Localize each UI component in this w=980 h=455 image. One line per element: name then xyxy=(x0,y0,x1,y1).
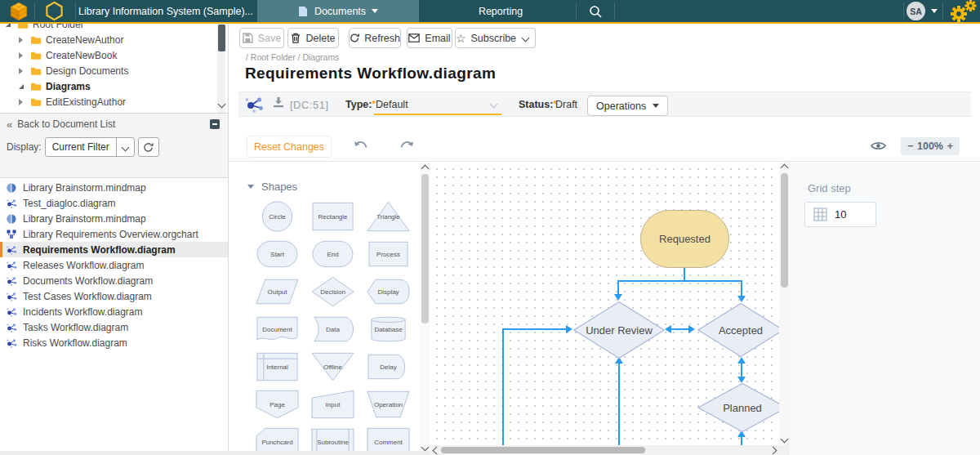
list-item-risks-workflow-diagram[interactable]: Risks Workflow.diagram xyxy=(0,335,228,350)
email-button[interactable]: Email xyxy=(407,28,452,48)
shape-decision[interactable]: Decision xyxy=(310,275,355,308)
scrollbar-thumb[interactable] xyxy=(781,173,788,288)
app-switcher-menu[interactable]: Library Information System (Sample)... xyxy=(78,0,265,22)
collapse-arrow-icon[interactable] xyxy=(19,84,29,89)
chevron-down-icon xyxy=(372,9,378,13)
refresh-button[interactable]: Refresh xyxy=(349,28,401,48)
shape-end[interactable]: End xyxy=(310,238,355,270)
list-item-documents-workflow-diagram[interactable]: Documents Workflow.diagram xyxy=(0,273,228,288)
tree-item-design-documents[interactable]: Design Documents xyxy=(0,63,228,78)
shape-display[interactable]: Display xyxy=(366,275,411,308)
expand-arrow-icon[interactable] xyxy=(19,99,29,105)
shape-output[interactable]: Output xyxy=(255,275,300,308)
shape-internal[interactable]: Internal xyxy=(255,350,300,383)
save-button[interactable]: Save xyxy=(239,28,284,48)
back-to-document-list[interactable]: « Back to Document List xyxy=(0,116,228,132)
diagram-node-accepted[interactable]: Accepted xyxy=(697,303,779,357)
search-button[interactable] xyxy=(577,0,614,22)
preview-button[interactable] xyxy=(871,140,886,154)
shape-start[interactable]: Start xyxy=(255,238,300,270)
shape-circle[interactable]: Circle xyxy=(255,200,300,233)
connector-arrow xyxy=(665,325,671,333)
scroll-down-icon[interactable] xyxy=(421,444,430,452)
expand-arrow-icon[interactable] xyxy=(19,68,29,74)
list-item-library-brainstorm-mindmap[interactable]: Library Brainstorm.mindmap xyxy=(0,180,228,195)
scroll-right-icon[interactable] xyxy=(769,447,777,455)
list-item-library-brainstorm-mindmap[interactable]: Library Brainstorm.mindmap xyxy=(0,211,228,226)
display-filter-select[interactable]: Current Filter xyxy=(45,137,135,157)
expand-arrow-icon[interactable] xyxy=(19,37,29,43)
folder-icon xyxy=(30,51,42,60)
shape-data[interactable]: Data xyxy=(310,313,355,346)
list-item-library-requirements-overview-orgchart[interactable]: Library Requirements Overview.orgchart xyxy=(0,226,228,242)
diagram-canvas[interactable]: RequestedUnder ReviewAcceptedPlanned xyxy=(430,162,779,445)
undo-icon xyxy=(354,140,368,150)
scrollbar-thumb[interactable] xyxy=(441,447,645,453)
redo-button[interactable] xyxy=(399,139,414,154)
chevron-down-icon[interactable] xyxy=(116,138,134,156)
delete-button[interactable]: Delete xyxy=(287,28,339,48)
grid-step-input[interactable]: 10 xyxy=(804,202,876,227)
subscribe-dropdown-button[interactable] xyxy=(516,28,536,48)
tree-item-createnewauthor[interactable]: CreateNewAuthor xyxy=(0,32,228,47)
divider xyxy=(75,2,76,20)
diagram-node-requested[interactable]: Requested xyxy=(640,210,729,268)
shape-process[interactable]: Process xyxy=(366,238,411,270)
type-select[interactable]: Default xyxy=(374,96,501,115)
user-menu[interactable]: SA xyxy=(906,0,938,22)
email-label: Email xyxy=(425,33,450,44)
diagram-node-planned[interactable]: Planned xyxy=(697,383,779,432)
operations-button[interactable]: Operations xyxy=(587,96,668,116)
diagram-node-under-review[interactable]: Under Review xyxy=(573,301,665,359)
shapes-section-toggle[interactable]: Shapes xyxy=(247,181,297,193)
breadcrumb[interactable]: / Root Folder / Diagrams xyxy=(246,52,339,62)
list-item-incidents-workflow-diagram[interactable]: Incidents Workflow.diagram xyxy=(0,304,228,319)
tree-item-root-folder[interactable]: Root Folder xyxy=(0,24,228,32)
display-label: Display: xyxy=(7,141,42,153)
shape-database[interactable]: Database xyxy=(366,313,411,346)
shape-operation[interactable]: Operation xyxy=(366,388,411,421)
refresh-list-button[interactable] xyxy=(138,137,159,157)
connector xyxy=(618,280,742,282)
shape-document[interactable]: Document xyxy=(255,313,300,346)
scroll-up-icon[interactable] xyxy=(781,164,789,172)
list-item-releases-workflow-diagram[interactable]: Releases Workflow.diagram xyxy=(0,257,228,273)
scroll-left-icon[interactable] xyxy=(433,447,441,455)
tree-item-editexistingauthor[interactable]: EditExistingAuthor xyxy=(0,94,228,109)
tree-item-diagrams[interactable]: Diagrams xyxy=(0,78,228,94)
list-item-test-cases-workflow-diagram[interactable]: Test Cases Workflow.diagram xyxy=(0,288,228,304)
scrollbar-thumb[interactable] xyxy=(218,25,225,51)
collapse-arrow-icon[interactable] xyxy=(6,24,16,27)
shape-rectangle[interactable]: Rectangle xyxy=(310,200,355,233)
shape-delay[interactable]: Delay xyxy=(366,350,411,383)
download-icon[interactable] xyxy=(273,96,284,108)
expand-arrow-icon[interactable] xyxy=(19,52,29,59)
tab-reporting[interactable]: Reporting xyxy=(419,0,582,22)
list-item-tasks-workflow-diagram[interactable]: Tasks Workflow.diagram xyxy=(0,319,228,335)
shapes-scrollbar[interactable] xyxy=(420,162,430,455)
app-logo-cube-icon[interactable] xyxy=(5,0,33,22)
reset-changes-button[interactable]: Reset Changes xyxy=(247,136,332,158)
shape-offline[interactable]: Offline xyxy=(310,350,355,383)
shape-page[interactable]: Page xyxy=(255,388,300,421)
canvas-vertical-scrollbar[interactable] xyxy=(779,162,790,445)
list-item-requirements-workflow-diagram[interactable]: Requirements Workflow.diagram xyxy=(0,242,228,257)
tree-item-createnewbook[interactable]: CreateNewBook xyxy=(0,47,228,63)
list-item-test-diagloc-diagram[interactable]: Test_diagloc.diagram xyxy=(0,195,228,211)
workspace-logo-hexagon-icon[interactable] xyxy=(38,0,70,22)
shape-triangle[interactable]: Triangle xyxy=(366,200,411,233)
tab-documents[interactable]: Documents xyxy=(257,0,419,22)
shape-input[interactable]: Input xyxy=(310,388,355,421)
settings-button[interactable] xyxy=(946,0,980,22)
canvas-horizontal-scrollbar[interactable] xyxy=(430,445,779,455)
document-icon xyxy=(298,6,308,17)
star-icon: ☆ xyxy=(456,33,466,44)
subscribe-button[interactable]: ☆ Subscribe xyxy=(455,28,517,48)
collapse-panel-button[interactable] xyxy=(210,119,220,129)
zoom-in-button[interactable]: + xyxy=(947,141,953,152)
scroll-down-icon[interactable] xyxy=(781,435,789,444)
zoom-out-button[interactable]: − xyxy=(907,141,913,152)
undo-button[interactable] xyxy=(354,139,368,154)
scroll-up-icon[interactable] xyxy=(421,165,430,173)
scrollbar-thumb[interactable] xyxy=(421,174,429,323)
